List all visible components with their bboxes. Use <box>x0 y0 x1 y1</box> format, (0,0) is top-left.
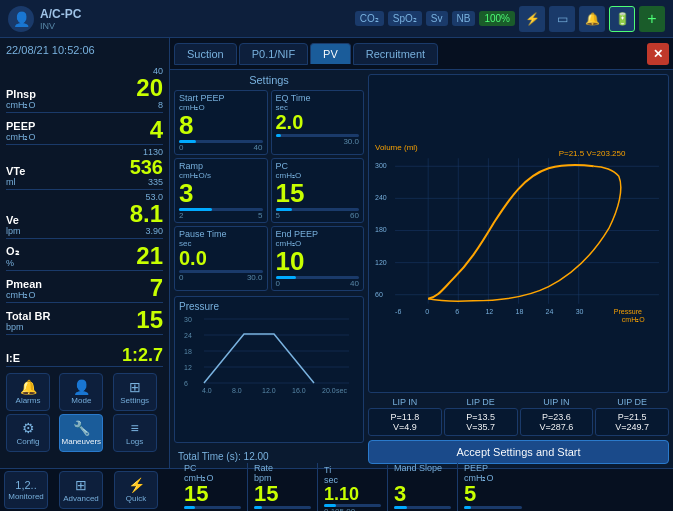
uip-in-header: UIP IN <box>520 396 594 408</box>
setting-value-start-peep[interactable]: 8 <box>179 112 263 138</box>
param-o2: O₂ % 21 <box>6 239 163 271</box>
bottom-value-mand-slope: 3 <box>394 483 406 505</box>
lip-in-header: LIP IN <box>368 396 442 408</box>
svg-text:180: 180 <box>375 226 387 233</box>
pv-chart-svg: Volume (ml) 300 240 180 120 60 <box>373 79 664 388</box>
param-totalbr: Total BR bpm 15 <box>6 303 163 335</box>
main-container: 22/08/21 10:52:06 PInsp cmH₂O 40 20 8 PE… <box>0 38 673 468</box>
setting-pc: PC cmH₂O 15 560 <box>271 158 365 223</box>
mini-chart-svg: 30 24 18 12 6 4.0 8.0 12.0 16.0 20.0 <box>179 314 359 394</box>
setting-ramp: Ramp cmH₂O/s 3 25 <box>174 158 268 223</box>
co2-badge: CO₂ <box>355 11 384 26</box>
lip-de-header: LIP DE <box>444 396 518 408</box>
svg-text:18: 18 <box>515 308 523 315</box>
svg-text:20.0: 20.0 <box>322 387 336 394</box>
setting-pause-time: Pause Time sec 0.0 030.0 <box>174 226 268 291</box>
battery-badge: 100% <box>479 11 515 26</box>
param-ve: Ve lpm 53.0 8.1 3.90 <box>6 190 163 239</box>
content-area: Settings Start PEEP cmH₂O 8 040 EQ Time … <box>170 70 673 468</box>
svg-text:24: 24 <box>184 332 192 339</box>
mode-btn[interactable]: 👤 Mode <box>59 373 103 411</box>
bottom-param-peep: PEEP cmH₂O 5 040 <box>458 463 528 512</box>
svg-text:60: 60 <box>375 291 383 298</box>
accept-settings-btn[interactable]: Accept Settings and Start <box>368 440 669 464</box>
lip-de-box: P=13.5 V=35.7 <box>444 408 518 436</box>
monitored-btn[interactable]: 1,2.. Monitored <box>4 471 48 509</box>
bottom-params-area: PC cmH₂O 15 590 Rate bpm 15 1110 Ti sec … <box>170 468 673 511</box>
bottom-param-mand-slope: Mand Slope 3 110 <box>388 463 458 512</box>
svg-text:12.0: 12.0 <box>262 387 276 394</box>
chart-panel: Volume (ml) 300 240 180 120 60 <box>368 74 669 464</box>
tab-recruitment[interactable]: Recruitment <box>353 43 438 65</box>
param-pmean: Pmean cmH₂O 7 <box>6 271 163 303</box>
param-vte: VTe ml 1130 536 335 <box>6 145 163 190</box>
power-icon[interactable]: ⚡ <box>519 6 545 32</box>
nb-badge: NB <box>452 11 476 26</box>
tab-suction[interactable]: Suction <box>174 43 237 65</box>
param-value-pinsp: 20 <box>136 76 163 100</box>
svg-text:24: 24 <box>546 308 554 315</box>
svg-text:300: 300 <box>375 162 387 169</box>
config-btn[interactable]: ⚙ Config <box>6 414 50 452</box>
lip-in-box: P=11.8 V=4.9 <box>368 408 442 436</box>
svg-text:240: 240 <box>375 194 387 201</box>
bottom-value-pc: 15 <box>184 483 208 505</box>
tab-p01nif[interactable]: P0.1/NIF <box>239 43 308 65</box>
device-subtitle: INV <box>40 21 81 31</box>
param-value-ie: 1:2.7 <box>122 346 163 364</box>
svg-text:30: 30 <box>184 316 192 323</box>
svg-text:16.0: 16.0 <box>292 387 306 394</box>
minimize-icon[interactable]: ▭ <box>549 6 575 32</box>
advanced-btn[interactable]: ⊞ Advanced <box>59 471 103 509</box>
settings-panel: Settings Start PEEP cmH₂O 8 040 EQ Time … <box>174 74 364 464</box>
settings-btn[interactable]: ⊞ Settings <box>113 373 157 411</box>
bottom-param-rate: Rate bpm 15 1110 <box>248 463 318 512</box>
setting-value-pc[interactable]: 15 <box>276 180 360 206</box>
setting-end-peep: End PEEP cmH₂O 10 040 <box>271 226 365 291</box>
add-icon[interactable]: + <box>639 6 665 32</box>
setting-start-peep: Start PEEP cmH₂O 8 040 <box>174 90 268 155</box>
svg-text:4.0: 4.0 <box>202 387 212 394</box>
lip-header-row: LIP IN LIP DE UIP IN UIP DE <box>368 396 669 408</box>
param-value-totalbr: 15 <box>136 308 163 332</box>
param-value-pmean: 7 <box>150 276 163 300</box>
svg-text:sec: sec <box>336 387 347 394</box>
svg-text:0: 0 <box>425 308 429 315</box>
svg-text:12: 12 <box>184 364 192 371</box>
svg-text:P=21.5 V=203.250: P=21.5 V=203.250 <box>559 149 626 158</box>
bottom-value-ti: 1.10 <box>324 485 359 503</box>
header-right: CO₂ SpO₂ Sv NB 100% ⚡ ▭ 🔔 🔋 + <box>355 6 665 32</box>
setting-value-eq-time[interactable]: 2.0 <box>276 112 360 132</box>
bottom-value-peep: 5 <box>464 483 476 505</box>
battery-icon[interactable]: 🔋 <box>609 6 635 32</box>
mini-pressure-chart: Pressure 30 24 18 12 6 <box>174 296 364 443</box>
bottom-nav: 1,2.. Monitored ⊞ Advanced ⚡ Quick <box>0 468 170 511</box>
alarm-icon[interactable]: 🔔 <box>579 6 605 32</box>
setting-value-ramp[interactable]: 3 <box>179 180 263 206</box>
full-bottom: 1,2.. Monitored ⊞ Advanced ⚡ Quick PC cm… <box>0 468 673 511</box>
uip-in-box: P=23.6 V=287.6 <box>520 408 594 436</box>
close-tab-btn[interactable]: ✕ <box>647 43 669 65</box>
alarms-btn[interactable]: 🔔 Alarms <box>6 373 50 411</box>
tab-pv[interactable]: PV <box>310 43 351 64</box>
nav-grid: 🔔 Alarms 👤 Mode ⊞ Settings ⚙ Config 🔧 Ma… <box>6 373 163 452</box>
svg-text:8.0: 8.0 <box>232 387 242 394</box>
param-value-o2: 21 <box>136 244 163 268</box>
header: 👤 A/C-PC INV CO₂ SpO₂ Sv NB 100% ⚡ ▭ 🔔 🔋… <box>0 0 673 38</box>
param-name-pinsp: PInsp <box>6 88 136 100</box>
setting-value-end-peep[interactable]: 10 <box>276 248 360 274</box>
param-peep: PEEP cmH₂O 4 <box>6 113 163 145</box>
spo2-badge: SpO₂ <box>388 11 422 26</box>
tab-bar: Suction P0.1/NIF PV Recruitment ✕ <box>170 38 673 70</box>
param-value-peep: 4 <box>150 118 163 142</box>
device-title: A/C-PC <box>40 7 81 21</box>
pv-chart: Volume (ml) 300 240 180 120 60 <box>368 74 669 393</box>
left-panel: 22/08/21 10:52:06 PInsp cmH₂O 40 20 8 PE… <box>0 38 170 468</box>
bottom-value-rate: 15 <box>254 483 278 505</box>
svg-text:12: 12 <box>485 308 493 315</box>
setting-value-pause-time[interactable]: 0.0 <box>179 248 263 268</box>
logs-btn[interactable]: ≡ Logs <box>113 414 157 452</box>
header-left: 👤 A/C-PC INV <box>8 6 355 32</box>
maneuvers-btn[interactable]: 🔧 Maneuvers <box>59 414 103 452</box>
quick-btn[interactable]: ⚡ Quick <box>114 471 158 509</box>
